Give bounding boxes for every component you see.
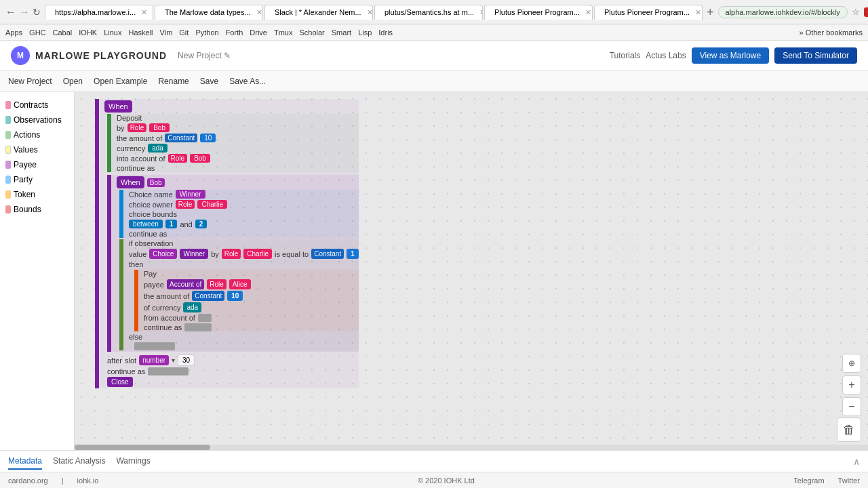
bookmark-drive[interactable]: Drive xyxy=(250,28,267,37)
close-block[interactable]: Close xyxy=(107,377,133,387)
party-dot xyxy=(5,176,11,184)
const10-2-block[interactable]: 10 xyxy=(227,291,243,301)
bookmark-tmux[interactable]: Tmux xyxy=(274,28,293,37)
status-iohk[interactable]: iohk.io xyxy=(77,476,99,485)
bob2-block[interactable]: Bob xyxy=(190,154,210,163)
bookmark-apps[interactable]: Apps xyxy=(5,28,22,37)
actions-dot xyxy=(5,131,11,139)
tab-plutus-semantics[interactable]: plutus/Semantics.hs at m... ✕ xyxy=(374,5,483,20)
values-dot xyxy=(5,146,11,154)
tab-plutus-pioneer-2[interactable]: Plutus Pioneer Program... ✕ xyxy=(594,5,703,20)
bookmark-vim[interactable]: Vim xyxy=(160,28,173,37)
ada1-block[interactable]: ada xyxy=(148,144,167,152)
sidebar-item-party[interactable]: Party xyxy=(0,172,74,187)
scrollbar-thumb[interactable] xyxy=(75,445,210,450)
zoom-in-btn[interactable]: + xyxy=(842,375,861,394)
bookmark-iohk[interactable]: IOHK xyxy=(79,28,97,37)
ada2-block[interactable]: ada xyxy=(183,302,201,312)
is-equal-to-label: is equal to xyxy=(275,250,309,258)
reload-btn[interactable]: ↻ xyxy=(33,7,41,18)
continue-as3-label: continue as xyxy=(144,323,182,331)
tab-plutus-pioneer-1[interactable]: Plutus Pioneer Program... ✕ xyxy=(484,5,593,20)
charlie1-block[interactable]: Charlie xyxy=(197,200,227,209)
bookmark-linux[interactable]: Linux xyxy=(104,28,121,37)
view-as-marlowe-button[interactable]: View as Marlowe xyxy=(692,47,769,64)
horizontal-scrollbar[interactable] xyxy=(75,445,868,450)
bookmark-haskell[interactable]: Haskell xyxy=(128,28,153,37)
trash-btn[interactable]: 🗑 xyxy=(837,418,861,442)
new-project-button[interactable]: New Project xyxy=(8,77,52,86)
charlie2-block[interactable]: Charlie xyxy=(243,249,272,259)
url-bar[interactable]: alpha.marlowe.iohkdev.io/#/blockly xyxy=(718,6,848,18)
bookmark-lisp[interactable]: Lisp xyxy=(358,28,372,37)
actus-labs-link[interactable]: Actus Labs xyxy=(646,51,686,60)
after-label: after xyxy=(107,357,122,365)
sidebar-item-token[interactable]: Token xyxy=(0,187,74,202)
tab-warnings[interactable]: Warnings xyxy=(116,453,150,470)
tab-slack[interactable]: Slack | * Alexander Nem... ✕ xyxy=(264,5,373,20)
bookmark-git[interactable]: Git xyxy=(179,28,189,37)
number-block[interactable]: number xyxy=(139,355,169,365)
sidebar-item-bounds[interactable]: Bounds xyxy=(0,202,74,217)
rename-button[interactable]: Rename xyxy=(158,77,189,86)
forward-btn[interactable]: → xyxy=(19,6,30,18)
else-label: else xyxy=(129,333,142,341)
tutorials-link[interactable]: Tutorials xyxy=(610,51,641,60)
bookmark-idris[interactable]: Idris xyxy=(378,28,393,37)
back-btn[interactable]: ← xyxy=(5,6,16,18)
open-example-button[interactable]: Open Example xyxy=(94,77,147,86)
tab-static-analysis[interactable]: Static Analysis xyxy=(53,453,105,470)
tab-metadata[interactable]: Metadata xyxy=(8,453,42,470)
status-cardano[interactable]: cardano.org xyxy=(8,476,48,485)
alice-block[interactable]: Alice xyxy=(229,279,251,289)
sidebar-item-actions[interactable]: Actions xyxy=(0,127,74,142)
slot-label: slot xyxy=(125,357,136,365)
zoom-out-btn[interactable]: − xyxy=(842,397,861,416)
bookmarks-bar: Apps GHC Cabal IOHK Linux Haskell Vim Gi… xyxy=(0,24,868,41)
num2-block[interactable]: 2 xyxy=(195,220,208,228)
bob1-block[interactable]: Bob xyxy=(149,123,170,132)
sidebar-item-payee[interactable]: Payee xyxy=(0,157,74,172)
bookmark-scholar[interactable]: Scholar xyxy=(299,28,324,37)
save-as-button[interactable]: Save As... xyxy=(229,77,266,86)
status-twitter[interactable]: Twitter xyxy=(838,476,860,485)
bottom-panel: Metadata Static Analysis Warnings ∧ xyxy=(0,450,868,472)
bookmark-cabal[interactable]: Cabal xyxy=(53,28,73,37)
tab-marlowe[interactable]: https://alpha.marlowe.i... ✕ xyxy=(45,5,153,20)
zoom-reset-btn[interactable]: ⊕ xyxy=(842,354,861,373)
bookmark-python[interactable]: Python xyxy=(195,28,218,37)
bookmark-ghc[interactable]: GHC xyxy=(29,28,45,37)
const1-block[interactable]: 1 xyxy=(347,249,359,259)
role4-label: Role xyxy=(222,249,241,259)
winner-block[interactable]: Winner xyxy=(176,190,205,199)
sidebar: Contracts Observations Actions Values Pa… xyxy=(0,92,75,450)
sidebar-item-contracts[interactable]: Contracts xyxy=(0,98,74,113)
tab-data-types[interactable]: The Marlowe data types... ✕ xyxy=(155,5,263,20)
when2-bob-block[interactable]: Bob xyxy=(147,178,165,187)
app-logo: M MARLOWE PLAYGROUND xyxy=(11,46,167,65)
send-to-simulator-button[interactable]: Send To Simulator xyxy=(774,47,857,64)
num30-block[interactable]: 30 xyxy=(178,354,195,366)
bookmark-star[interactable]: ☆ xyxy=(852,7,860,17)
const10-block[interactable]: 10 xyxy=(200,134,216,142)
save-button[interactable]: Save xyxy=(200,77,218,86)
bookmark-more[interactable]: » Other bookmarks xyxy=(799,28,863,37)
panel-close-btn[interactable]: ∧ xyxy=(853,456,860,467)
else-empty-slot xyxy=(134,342,175,350)
new-tab-btn[interactable]: + xyxy=(707,5,714,20)
open-button[interactable]: Open xyxy=(63,77,83,86)
when1-block[interactable]: When xyxy=(104,100,132,113)
sidebar-item-values[interactable]: Values xyxy=(0,142,74,157)
bookmark-smart[interactable]: Smart xyxy=(332,28,351,37)
continue-as1-label: continue as xyxy=(117,164,155,172)
canvas[interactable]: When Deposit by Role Bob the amount of C… xyxy=(75,92,868,450)
status-telegram[interactable]: Telegram xyxy=(793,476,824,485)
by-label: by xyxy=(117,124,125,132)
between-block[interactable]: between xyxy=(129,220,163,228)
amount2-label: the amount of xyxy=(144,292,189,300)
num1-block[interactable]: 1 xyxy=(165,220,178,228)
when2-block[interactable]: When xyxy=(117,176,144,188)
sidebar-item-observations[interactable]: Observations xyxy=(0,113,74,127)
bookmark-forth[interactable]: Forth xyxy=(226,28,243,37)
choice-winner-block[interactable]: Winner xyxy=(180,249,208,259)
